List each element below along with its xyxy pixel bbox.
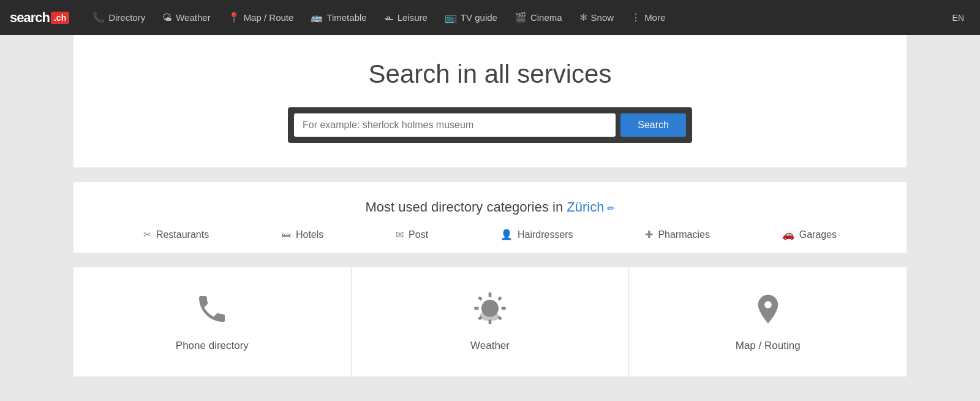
- nav-item-cinema[interactable]: 🎬 Cinema: [506, 0, 571, 35]
- nav-label-leisure: Leisure: [398, 12, 428, 23]
- directory-heading-prefix: Most used directory categories in: [365, 199, 567, 215]
- category-label-pharmacies: Pharmacies: [658, 229, 709, 240]
- nav-item-weather[interactable]: 🌤 Weather: [154, 0, 219, 35]
- nav-item-timetable[interactable]: 🚌 Timetable: [302, 0, 375, 35]
- search-bar: Search: [86, 107, 894, 143]
- hairdressers-icon: 👤: [500, 229, 513, 240]
- category-list: ✂ Restaurants 🛏 Hotels ✉ Post 👤 Hairdres…: [98, 229, 882, 240]
- logo-box: .ch: [51, 12, 69, 24]
- section-gap: [74, 167, 907, 175]
- search-title: Search in all services: [86, 59, 894, 89]
- category-label-hotels: Hotels: [296, 229, 323, 240]
- category-item-post[interactable]: ✉ Post: [396, 229, 428, 240]
- nav-item-tv-guide[interactable]: 📺 TV guide: [436, 0, 506, 35]
- category-label-hairdressers: Hairdressers: [518, 229, 573, 240]
- nav-label-tv-guide: TV guide: [461, 12, 497, 23]
- main-nav: search .ch 📞 Directory 🌤 Weather 📍 Map /…: [0, 0, 980, 35]
- category-item-restaurants[interactable]: ✂ Restaurants: [143, 229, 209, 240]
- snow-icon: ❄: [579, 12, 587, 23]
- service-cards: Phone directory Weather Map / Routing: [74, 267, 907, 376]
- search-button[interactable]: Search: [620, 113, 686, 137]
- hotels-icon: 🛏: [281, 229, 291, 240]
- service-card-map-routing[interactable]: Map / Routing: [629, 267, 907, 376]
- weather-icon: 🌤: [162, 12, 172, 23]
- more-dots-icon: ⋮: [631, 12, 641, 23]
- logo[interactable]: search .ch: [10, 10, 69, 26]
- category-item-hairdressers[interactable]: 👤 Hairdressers: [500, 229, 573, 240]
- service-card-phone-directory[interactable]: Phone directory: [74, 267, 352, 376]
- map-service-icon: [751, 292, 785, 331]
- nav-label-more: More: [644, 12, 665, 23]
- section-gap-2: [74, 253, 907, 260]
- category-item-hotels[interactable]: 🛏 Hotels: [281, 229, 323, 240]
- phone-icon: 📞: [92, 12, 105, 23]
- search-input[interactable]: [294, 113, 616, 137]
- search-section: Search in all services Search: [74, 35, 907, 167]
- logo-text: search: [10, 10, 50, 26]
- service-card-label-weather: Weather: [470, 340, 510, 352]
- nav-label-snow: Snow: [591, 12, 614, 23]
- leisure-icon: 🛥: [384, 12, 394, 23]
- nav-item-map-route[interactable]: 📍 Map / Route: [219, 0, 303, 35]
- nav-item-more[interactable]: ⋮ More: [622, 0, 674, 35]
- nav-label-timetable: Timetable: [326, 12, 366, 23]
- nav-label-map-route: Map / Route: [244, 12, 294, 23]
- edit-icon: ✏: [604, 203, 614, 213]
- weather-service-icon: [473, 292, 507, 331]
- service-card-weather[interactable]: Weather: [352, 267, 630, 376]
- category-label-restaurants: Restaurants: [156, 229, 209, 240]
- timetable-icon: 🚌: [311, 12, 323, 23]
- nav-label-directory: Directory: [108, 12, 145, 23]
- service-card-label-map: Map / Routing: [736, 340, 801, 352]
- service-card-label-phone: Phone directory: [176, 340, 249, 352]
- nav-label-cinema: Cinema: [530, 12, 562, 23]
- nav-item-directory[interactable]: 📞 Directory: [84, 0, 154, 35]
- directory-title: Most used directory categories in Zürich…: [98, 199, 882, 215]
- phone-directory-icon: [195, 292, 229, 331]
- restaurants-icon: ✂: [143, 229, 151, 240]
- category-item-pharmacies[interactable]: ✚ Pharmacies: [645, 229, 709, 240]
- map-icon: 📍: [228, 12, 240, 23]
- search-wrapper: Search: [288, 107, 692, 143]
- directory-section: Most used directory categories in Zürich…: [74, 182, 907, 253]
- language-selector[interactable]: EN: [946, 13, 970, 23]
- garages-icon: 🚗: [782, 229, 794, 240]
- tv-icon: 📺: [445, 12, 457, 23]
- pharmacies-icon: ✚: [645, 229, 653, 240]
- category-label-garages: Garages: [799, 229, 837, 240]
- post-icon: ✉: [396, 229, 404, 240]
- cinema-icon: 🎬: [514, 12, 527, 23]
- category-label-post: Post: [409, 229, 428, 240]
- main-content: Search in all services Search Most used …: [74, 35, 907, 376]
- city-name: Zürich: [567, 199, 604, 215]
- nav-item-leisure[interactable]: 🛥 Leisure: [375, 0, 436, 35]
- nav-item-snow[interactable]: ❄ Snow: [571, 0, 623, 35]
- nav-label-weather: Weather: [176, 12, 210, 23]
- category-item-garages[interactable]: 🚗 Garages: [782, 229, 837, 240]
- city-link[interactable]: Zürich ✏: [567, 199, 614, 215]
- nav-items: 📞 Directory 🌤 Weather 📍 Map / Route 🚌 Ti…: [84, 0, 946, 35]
